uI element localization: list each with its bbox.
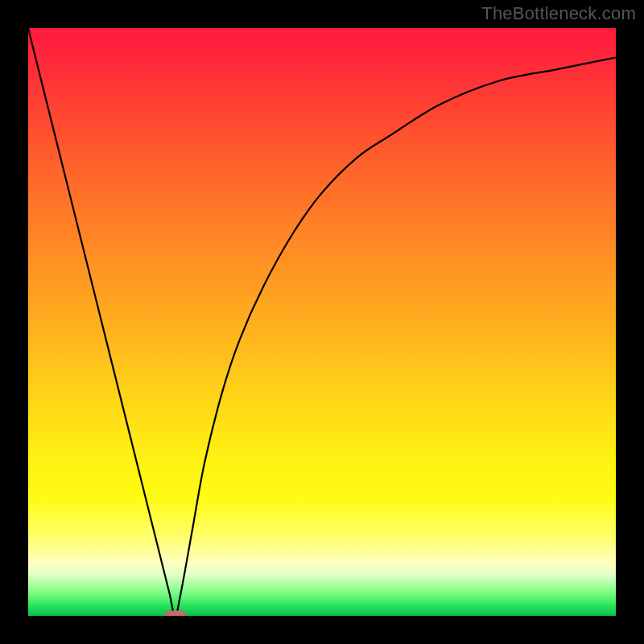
bottleneck-curve	[28, 28, 616, 616]
watermark-text: TheBottleneck.com	[481, 3, 636, 24]
plot-area	[28, 28, 616, 616]
minimum-marker	[165, 610, 186, 616]
bottleneck-curve-path	[28, 28, 616, 616]
chart-frame: TheBottleneck.com	[0, 0, 644, 644]
